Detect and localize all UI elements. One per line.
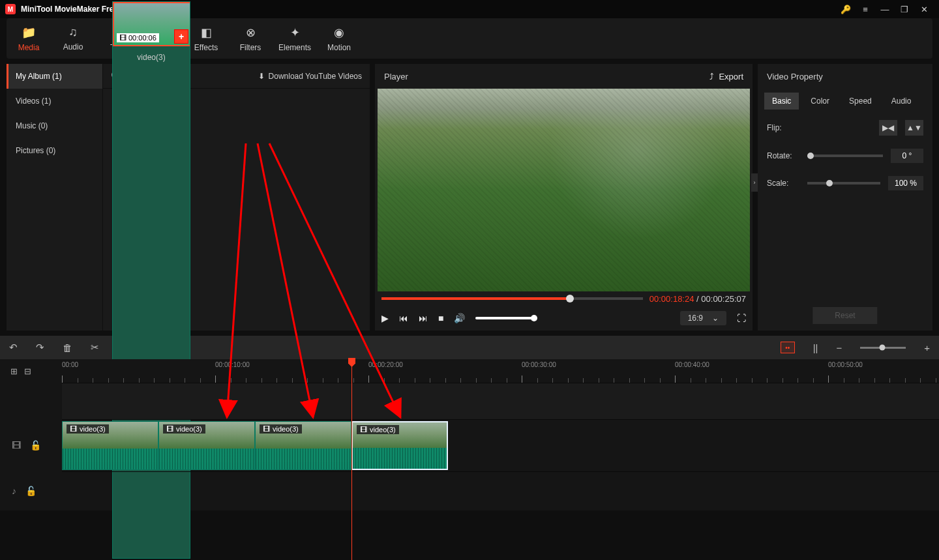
zoom-slider[interactable] — [860, 347, 906, 349]
clip-label: 🎞video(3) — [260, 424, 302, 434]
film-icon: 🎞 — [119, 34, 127, 42]
seek-bar[interactable] — [381, 297, 643, 300]
play-icon[interactable]: ▶ — [381, 313, 389, 323]
ruler-time-label: 00:00:30:00 — [522, 361, 556, 368]
tab-elements[interactable]: ✦ Elements — [273, 18, 317, 59]
tab-label: Elements — [278, 43, 311, 52]
scale-value[interactable]: 100 % — [888, 176, 923, 190]
fullscreen-icon[interactable]: ⛶ — [737, 313, 746, 323]
split-icon[interactable]: ✂ — [91, 342, 99, 353]
tab-label: Motion — [327, 43, 351, 52]
flip-label: Flip: — [767, 123, 799, 132]
ruler-time-label: 00:00:50:00 — [828, 361, 863, 368]
prop-tab-speed[interactable]: Speed — [841, 93, 880, 110]
clip-label: 🎞video(3) — [67, 424, 109, 434]
player-title: Player — [384, 72, 408, 81]
scale-label: Scale: — [767, 179, 799, 188]
ruler-time-label: 00:00:10:00 — [215, 361, 250, 368]
tab-label: Media — [18, 43, 40, 52]
sidebar-item-videos[interactable]: Videos (1) — [7, 89, 102, 113]
audio-track-header: ♪ 🔓 — [0, 471, 62, 510]
volume-icon[interactable]: 🔊 — [454, 313, 465, 323]
undo-icon[interactable]: ↶ — [9, 342, 18, 353]
tab-audio[interactable]: ♫ Audio — [51, 18, 95, 59]
video-preview[interactable] — [378, 89, 750, 291]
next-frame-icon[interactable]: ⏭ — [419, 313, 428, 323]
minimize-icon[interactable]: — — [875, 0, 895, 18]
duration-badge: 🎞 00:00:06 — [117, 33, 159, 42]
tab-effects[interactable]: ◧ Effects — [184, 18, 228, 59]
stop-icon[interactable]: ■ — [438, 313, 443, 323]
elements-icon: ✦ — [290, 25, 300, 40]
sidebar-item-pictures[interactable]: Pictures (0) — [7, 138, 102, 163]
collapse-panel-button[interactable]: › — [751, 173, 758, 192]
folder-icon: 📁 — [22, 25, 36, 40]
time-display: 00:00:18:24 / 00:00:25:07 — [649, 294, 746, 304]
flip-vertical-button[interactable]: ▲▼ — [905, 120, 923, 136]
rotate-value[interactable]: 0 ° — [891, 149, 923, 163]
tab-media[interactable]: 📁 Media — [7, 18, 51, 59]
sidebar-item-music[interactable]: Music (0) — [7, 113, 102, 138]
tab-label: Audio — [63, 42, 83, 52]
video-track-lane[interactable]: 🎞video(3)🎞video(3)🎞video(3)🎞video(3) — [62, 419, 939, 471]
add-track-icon[interactable]: ⊞ — [10, 366, 18, 376]
redo-icon[interactable]: ↷ — [36, 342, 44, 353]
media-library-panel: My Album (1) Videos (1) Music (0) Pictur… — [7, 64, 370, 331]
ruler-time-label: 00:00:20:00 — [368, 361, 403, 368]
marker-button[interactable]: •• — [781, 342, 795, 353]
sidebar-item-my-album[interactable]: My Album (1) — [7, 64, 102, 89]
timeline-ruler[interactable]: ⊞ ⊟ 00:0000:00:10:0000:00:20:0000:00:30:… — [0, 359, 939, 383]
flip-horizontal-button[interactable]: ▶◀ — [879, 120, 897, 136]
tab-motion[interactable]: ◉ Motion — [317, 18, 361, 59]
download-youtube-button[interactable]: ⬇ Download YouTube Videos — [258, 72, 362, 81]
add-to-timeline-button[interactable]: + — [175, 30, 188, 43]
unlock-icon[interactable]: 🔓 — [25, 486, 37, 496]
timeline-clip[interactable]: 🎞video(3) — [62, 421, 158, 470]
export-icon: ⤴ — [709, 72, 714, 81]
film-icon: 🎞 — [360, 426, 367, 434]
menu-icon[interactable]: ≡ — [856, 0, 875, 18]
delete-icon[interactable]: 🗑 — [63, 342, 72, 353]
timeline-clip[interactable]: 🎞video(3) — [255, 421, 351, 470]
scale-slider[interactable] — [807, 182, 880, 184]
snap-icon[interactable]: || — [813, 342, 818, 353]
timeline-clip[interactable]: 🎞video(3) — [158, 421, 255, 470]
film-icon: 🎞 — [70, 425, 77, 433]
manage-tracks-icon[interactable]: ⊟ — [24, 366, 31, 376]
timeline-clip[interactable]: 🎞video(3) — [351, 421, 448, 470]
tab-filters[interactable]: ⊗ Filters — [228, 18, 273, 59]
player-panel: Player ⤴ Export 00:00:18:24 / 00:00:25:0… — [375, 64, 753, 331]
playhead[interactable] — [351, 359, 352, 560]
prop-tab-color[interactable]: Color — [803, 93, 837, 110]
motion-icon: ◉ — [334, 25, 344, 40]
video-track-header: 🎞 🔓 — [0, 419, 62, 471]
export-button[interactable]: ⤴ Export — [709, 72, 743, 81]
maximize-icon[interactable]: ❐ — [895, 0, 914, 18]
close-icon[interactable]: ✕ — [914, 0, 934, 18]
property-title: Video Property — [767, 72, 823, 81]
rotate-slider[interactable] — [807, 155, 883, 157]
zoom-in-icon[interactable]: + — [924, 342, 930, 353]
rotate-label: Rotate: — [767, 151, 799, 160]
prop-tab-basic[interactable]: Basic — [764, 93, 799, 110]
overlay-track-lane[interactable] — [62, 383, 939, 419]
film-icon: 🎞 — [12, 440, 21, 450]
prev-frame-icon[interactable]: ⏮ — [399, 313, 408, 323]
aspect-ratio-select[interactable]: 16:9⌄ — [680, 311, 726, 325]
download-icon: ⬇ — [258, 72, 265, 81]
filters-icon: ⊗ — [246, 25, 256, 40]
film-icon: 🎞 — [166, 425, 173, 433]
audio-track-lane[interactable] — [62, 471, 939, 510]
app-logo: M — [5, 4, 16, 14]
volume-slider[interactable] — [475, 317, 534, 319]
zoom-out-icon[interactable]: − — [836, 342, 842, 353]
unlock-icon[interactable]: 🔓 — [30, 440, 41, 450]
ruler-time-label: 00:00:40:00 — [675, 361, 709, 368]
film-icon: 🎞 — [263, 425, 270, 433]
upgrade-icon[interactable]: 🔑 — [836, 0, 856, 18]
reset-button[interactable]: Reset — [812, 307, 877, 324]
prop-tab-audio[interactable]: Audio — [884, 93, 919, 110]
clip-label: 🎞video(3) — [357, 425, 399, 434]
music-icon: ♪ — [12, 486, 16, 496]
tab-label: Filters — [240, 43, 261, 52]
